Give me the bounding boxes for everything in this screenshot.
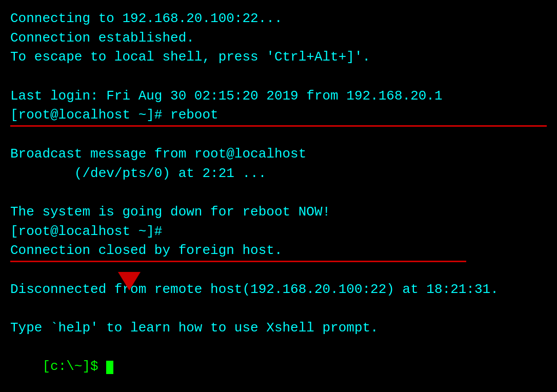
line-disconnected: Disconnected from remote host(192.168.20… <box>10 280 547 300</box>
line-root-prompt: [root@localhost ~]# <box>10 222 547 242</box>
line-going-down: The system is going down for reboot NOW! <box>10 203 547 222</box>
empty-line-3 <box>10 183 547 203</box>
line-local-prompt: [c:\~]$ <box>10 338 547 392</box>
empty-line-1 <box>10 67 547 87</box>
line-help-hint: Type `help' to learn how to use Xshell p… <box>10 319 547 338</box>
line-established: Connection established. <box>10 29 547 48</box>
empty-line-4 <box>10 261 547 280</box>
local-prompt-text: [c:\~]$ <box>42 359 106 374</box>
line-escape-hint: To escape to local shell, press 'Ctrl+Al… <box>10 48 547 67</box>
conn-closed-text: Connection closed by foreign host. <box>10 243 283 258</box>
cursor-block <box>106 361 113 374</box>
line-broadcast: Broadcast message from root@localhost <box>10 145 547 164</box>
line-broadcast2: (/dev/pts/0) at 2:21 ... <box>10 164 547 184</box>
line-reboot: [root@localhost ~]# reboot <box>10 106 547 125</box>
empty-line-5 <box>10 299 547 319</box>
reboot-underline <box>10 125 547 127</box>
line-connecting: Connecting to 192.168.20.100:22... <box>10 9 547 29</box>
closed-underline <box>10 261 466 262</box>
reboot-text: [root@localhost ~]# reboot <box>10 107 218 123</box>
terminal-container: Connecting to 192.168.20.100:22... Conne… <box>10 9 547 392</box>
line-conn-closed: Connection closed by foreign host. <box>10 241 547 261</box>
empty-line-2 <box>10 125 547 145</box>
line-last-login: Last login: Fri Aug 30 02:15:20 2019 fro… <box>10 87 547 106</box>
